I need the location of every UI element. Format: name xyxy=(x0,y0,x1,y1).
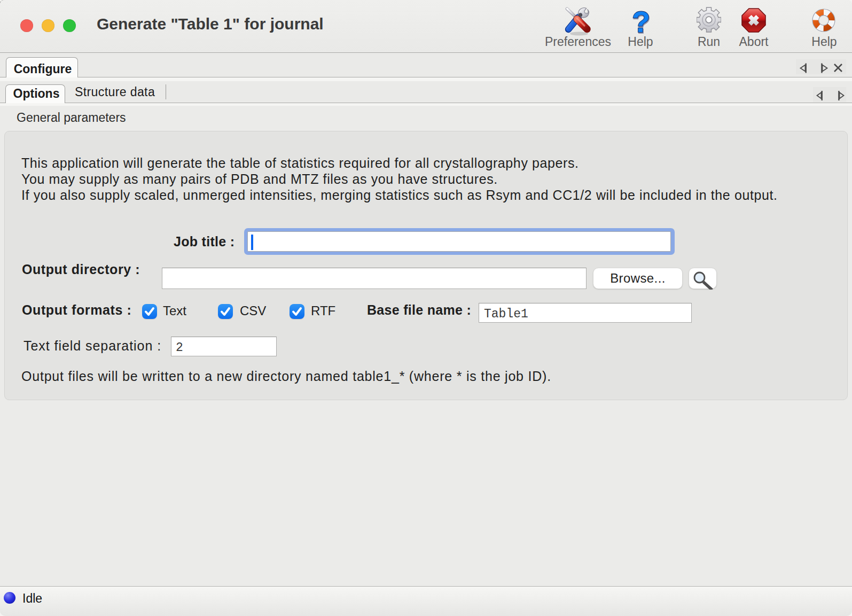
svg-text:?: ? xyxy=(632,5,650,35)
